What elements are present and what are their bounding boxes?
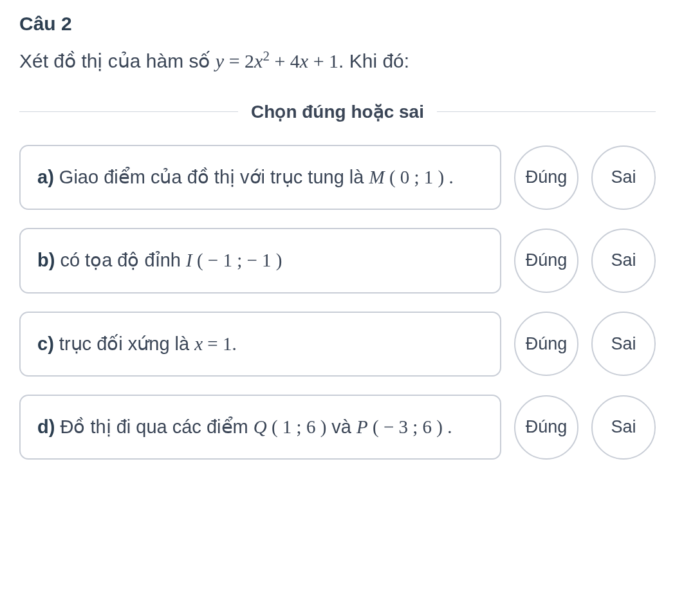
true-button-d[interactable]: Đúng [514, 395, 578, 460]
false-button-a[interactable]: Sai [591, 145, 656, 210]
true-button-a[interactable]: Đúng [514, 145, 578, 210]
statement-c: c) trục đối xứng là x = 1. [19, 312, 501, 377]
option-label: c) [37, 333, 54, 354]
statement-b: b) có tọa độ đỉnh I ( − 1 ; − 1 ) [19, 228, 501, 293]
true-button-c[interactable]: Đúng [514, 312, 578, 376]
option-text: trục đối xứng là x = 1. [54, 333, 237, 354]
question-prefix: Xét đồ thị của hàm số [19, 50, 216, 71]
question-number: Câu 2 [19, 13, 656, 35]
statement-a: a) Giao điểm của đồ thị với trục tung là… [19, 145, 501, 210]
question-suffix: . Khi đó: [338, 50, 409, 71]
instruction-row: Chọn đúng hoặc sai [19, 101, 656, 122]
option-row-a: a) Giao điểm của đồ thị với trục tung là… [19, 145, 656, 210]
option-label: a) [37, 167, 54, 187]
instruction-text: Chọn đúng hoặc sai [238, 101, 437, 122]
option-text: có tọa độ đỉnh I ( − 1 ; − 1 ) [55, 250, 282, 270]
option-row-b: b) có tọa độ đỉnh I ( − 1 ; − 1 ) Đúng S… [19, 228, 656, 293]
false-button-c[interactable]: Sai [591, 312, 656, 376]
divider-right [437, 111, 656, 112]
option-row-c: c) trục đối xứng là x = 1. Đúng Sai [19, 312, 656, 377]
divider-left [19, 111, 238, 112]
question-text: Xét đồ thị của hàm số y = 2x2 + 4x + 1. … [19, 46, 656, 75]
question-formula: y = 2x2 + 4x + 1 [216, 50, 338, 71]
false-button-d[interactable]: Sai [591, 395, 656, 460]
option-text: Đồ thị đi qua các điểm Q ( 1 ; 6 ) và P … [55, 416, 452, 437]
true-button-b[interactable]: Đúng [514, 229, 578, 293]
option-row-d: d) Đồ thị đi qua các điểm Q ( 1 ; 6 ) và… [19, 395, 656, 460]
option-text: Giao điểm của đồ thị với trục tung là M … [54, 167, 454, 187]
option-label: d) [37, 416, 55, 437]
statement-d: d) Đồ thị đi qua các điểm Q ( 1 ; 6 ) và… [19, 395, 501, 460]
false-button-b[interactable]: Sai [591, 229, 656, 293]
option-label: b) [37, 250, 55, 270]
